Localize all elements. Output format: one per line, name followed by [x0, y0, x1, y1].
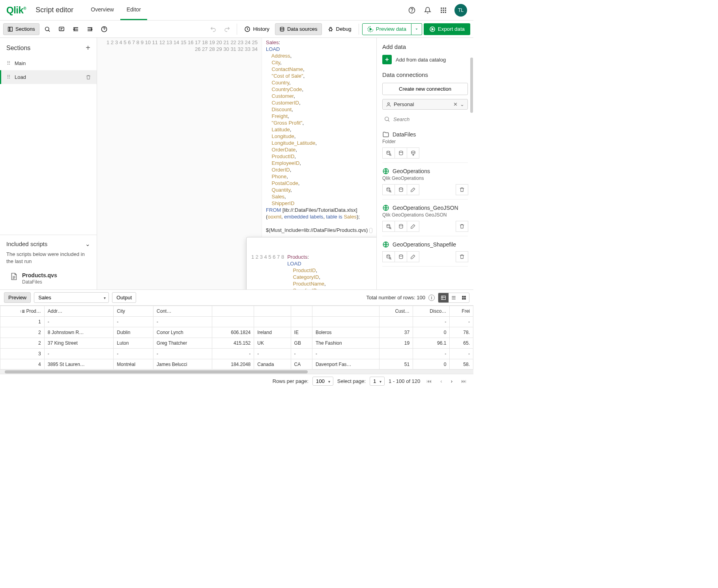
included-scripts-header[interactable]: Included scripts ⌄ — [0, 235, 97, 251]
table-row[interactable]: 3--------- — [0, 349, 473, 359]
code-editor[interactable]: 1 2 3 4 5 6 7 8 9 10 11 12 13 14 15 16 1… — [97, 38, 376, 289]
view-table-icon[interactable] — [438, 293, 449, 302]
column-header[interactable] — [212, 306, 254, 317]
svg-point-13 — [45, 27, 49, 30]
section-item-load[interactable]: ⠿ Load — [0, 70, 97, 84]
delete-connection-icon[interactable] — [456, 251, 468, 262]
comment-icon[interactable] — [55, 23, 68, 35]
sections-button[interactable]: Sections — [3, 23, 39, 35]
connection-item[interactable]: GeoOperations_Shapefile — [382, 239, 468, 267]
svg-rect-9 — [443, 11, 444, 13]
select-data-icon[interactable] — [382, 184, 395, 195]
delete-icon[interactable] — [86, 75, 91, 80]
connection-item[interactable]: GeoOperations_GeoJSONQlik GeoOperations … — [382, 202, 468, 236]
section-item-main[interactable]: ⠿ Main — [0, 56, 97, 70]
edit-connection-icon[interactable] — [407, 184, 419, 195]
edit-connection-icon[interactable] — [407, 221, 419, 232]
export-data-button[interactable]: Export data — [424, 23, 470, 35]
table-row[interactable]: 237 King StreetLutonGreg Thatcher415.152… — [0, 338, 473, 349]
undo-icon[interactable] — [207, 23, 219, 35]
help-toolbar-icon[interactable] — [98, 23, 110, 35]
tab-overview[interactable]: Overview — [84, 0, 120, 20]
connection-search[interactable] — [382, 114, 468, 125]
delete-connection-icon[interactable] — [456, 184, 468, 195]
insert-script-icon[interactable] — [395, 147, 407, 159]
view-list-icon[interactable] — [449, 293, 459, 302]
select-data-icon[interactable] — [382, 251, 395, 262]
scrollbar-thumb[interactable] — [470, 58, 473, 113]
select-data-icon[interactable] — [382, 147, 395, 159]
script-file-icon — [9, 272, 18, 281]
connection-item[interactable]: DataFilesFolder — [382, 129, 468, 163]
table-row[interactable]: 1----- — [0, 317, 473, 327]
delete-connection-icon[interactable] — [456, 221, 468, 232]
horizontal-scrollbar[interactable] — [0, 369, 473, 374]
svg-point-22 — [388, 103, 390, 105]
column-header[interactable]: Addr… — [44, 306, 114, 317]
outdent-icon[interactable] — [84, 23, 96, 35]
info-icon[interactable]: i — [428, 295, 435, 301]
column-header[interactable]: ↑≣ Prod… — [0, 306, 45, 317]
drag-handle-icon[interactable]: ⠿ — [7, 74, 11, 80]
column-header[interactable] — [291, 306, 312, 317]
total-rows: Total number of rows: 100 — [366, 295, 425, 301]
last-page-icon[interactable]: ⏭ — [459, 377, 469, 385]
tab-editor[interactable]: Editor — [120, 0, 148, 20]
select-data-icon[interactable] — [382, 221, 395, 232]
table-select[interactable]: Sales — [34, 292, 109, 303]
grid-icon[interactable] — [439, 6, 448, 15]
edit-connection-icon[interactable] — [407, 251, 419, 262]
rows-per-page-select[interactable]: 100 — [312, 377, 333, 386]
preview-data-button[interactable]: Preview data — [362, 23, 411, 35]
column-header[interactable]: Cust… — [380, 306, 413, 317]
chevron-down-icon[interactable]: ⌄ — [460, 101, 464, 107]
data-grid[interactable]: ↑≣ Prod…Addr…CityCont…Cust…Disco…Frei1--… — [0, 306, 473, 369]
avatar[interactable]: TL — [454, 4, 467, 17]
insert-script-icon[interactable] — [395, 221, 407, 232]
prev-page-icon[interactable]: ‹ — [438, 377, 444, 385]
bell-icon[interactable] — [423, 6, 432, 15]
column-header[interactable]: Frei — [450, 306, 473, 317]
create-connection-button[interactable]: Create new connection — [382, 83, 468, 95]
table-row[interactable]: 28 Johnstown R…DublinConor Lynch606.1824… — [0, 327, 473, 338]
insert-script-icon[interactable] — [395, 184, 407, 195]
open-folder-icon[interactable] — [407, 147, 419, 159]
column-header[interactable] — [312, 306, 379, 317]
svg-rect-42 — [464, 296, 466, 297]
view-grid-icon[interactable] — [459, 293, 469, 302]
preview-dropdown[interactable] — [411, 23, 422, 35]
page-range: 1 - 100 of 120 — [389, 378, 420, 384]
history-button[interactable]: History — [240, 23, 273, 35]
plus-icon: + — [382, 55, 392, 64]
first-page-icon[interactable]: ⏮ — [424, 377, 434, 385]
search-icon[interactable] — [41, 23, 54, 35]
close-icon[interactable]: ✕ — [453, 101, 458, 107]
column-header[interactable]: City — [114, 306, 153, 317]
output-tab[interactable]: Output — [112, 292, 136, 303]
insert-script-icon[interactable] — [395, 251, 407, 262]
svg-point-18 — [329, 28, 332, 31]
add-from-catalog[interactable]: + Add from data catalog — [382, 55, 468, 64]
page-select[interactable]: 1 — [370, 377, 385, 386]
svg-point-24 — [387, 151, 390, 152]
nav-tabs: Overview Editor — [84, 0, 147, 20]
indent-icon[interactable] — [69, 23, 82, 35]
included-script-item[interactable]: Products.qvs DataFiles — [0, 270, 97, 289]
redo-icon[interactable] — [221, 23, 234, 35]
preview-tab[interactable]: Preview — [4, 292, 31, 303]
add-section-icon[interactable]: + — [86, 43, 90, 52]
table-row[interactable]: 43895 St Lauren…MontréalJames Belucci184… — [0, 359, 473, 370]
column-header[interactable]: Disco… — [413, 306, 450, 317]
next-page-icon[interactable]: › — [449, 377, 455, 385]
connection-item[interactable]: GeoOperationsQlik GeoOperations — [382, 165, 468, 200]
search-input[interactable] — [393, 116, 466, 122]
connection-filter[interactable]: Personal ✕ ⌄ — [382, 99, 468, 110]
drag-handle-icon[interactable]: ⠿ — [7, 60, 11, 66]
svg-rect-14 — [59, 27, 64, 30]
debug-button[interactable]: Debug — [323, 23, 355, 35]
column-header[interactable]: Cont… — [153, 306, 212, 317]
logo[interactable]: Qlik® — [6, 5, 26, 16]
column-header[interactable] — [254, 306, 291, 317]
data-sources-button[interactable]: Data sources — [275, 23, 322, 35]
help-icon[interactable] — [407, 6, 417, 15]
